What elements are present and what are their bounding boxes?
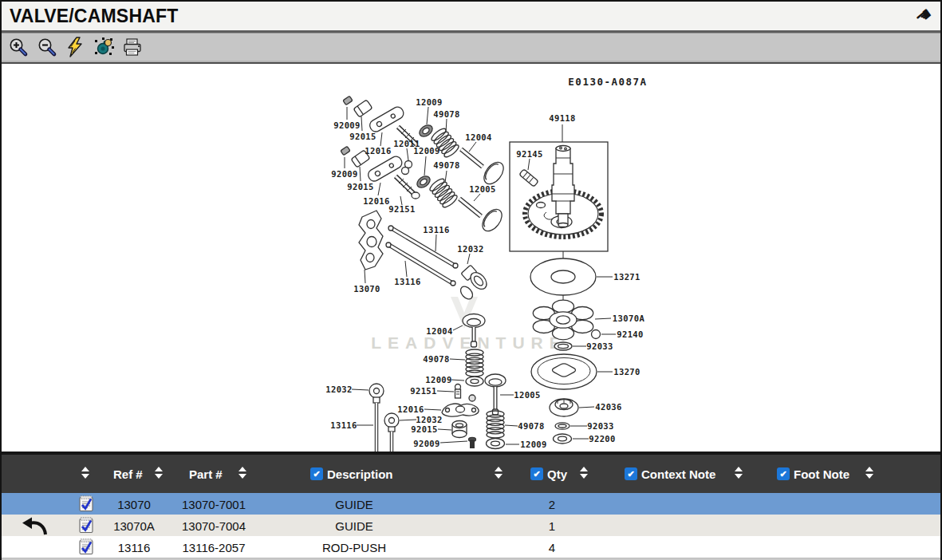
column-label: Qty — [547, 467, 567, 481]
sort-toggle[interactable] — [495, 467, 503, 479]
column-checkbox[interactable] — [625, 467, 637, 480]
part-label-92145[interactable]: 92145 — [516, 149, 543, 159]
part-label-13070A[interactable]: 13070A — [613, 314, 645, 323]
part-label-12004[interactable]: 12004 — [465, 132, 492, 142]
part-label-49078[interactable]: 49078 — [433, 109, 460, 119]
part-label-49078[interactable]: 49078 — [518, 421, 545, 431]
column-header-ref-: Ref # — [113, 455, 143, 493]
part-label-13116[interactable]: 13116 — [394, 277, 421, 286]
part-label-13116[interactable]: 13116 — [423, 225, 450, 235]
cell-part: 13070-7001 — [182, 497, 246, 511]
cell-ref: 13070 — [117, 497, 151, 511]
column-checkbox[interactable] — [530, 467, 543, 480]
part-label-12032[interactable]: 12032 — [416, 415, 443, 424]
sort-toggle[interactable] — [155, 467, 163, 479]
part-label-92200[interactable]: 92200 — [589, 434, 616, 444]
sort-toggle[interactable] — [81, 467, 89, 479]
column-header-context-note: Context Note — [625, 455, 715, 493]
part-label-12005[interactable]: 12005 — [514, 390, 541, 400]
part-label-92015[interactable]: 92015 — [411, 424, 438, 434]
part-label-92033[interactable]: 92033 — [587, 421, 614, 431]
column-checkbox[interactable] — [777, 467, 790, 480]
table-row[interactable]: 1307013070-7001GUIDE2 — [2, 493, 940, 515]
column-label: Part # — [189, 467, 223, 481]
column-label: Ref # — [113, 467, 143, 481]
back-arrow-icon[interactable] — [21, 515, 49, 538]
column-checkbox[interactable] — [310, 467, 323, 480]
part-label-12009[interactable]: 12009 — [416, 97, 443, 107]
column-header-part-: Part # — [189, 455, 223, 493]
cell-description: GUIDE — [335, 497, 373, 511]
part-label-92015[interactable]: 92015 — [347, 182, 374, 191]
cell-qty: 1 — [549, 519, 555, 532]
pointing-hand-icon[interactable]: ☚ — [912, 4, 936, 29]
cell-part: 13070-7004 — [182, 519, 246, 532]
svg-text:LEADVENTURE: LEADVENTURE — [371, 333, 567, 352]
cell-ref: 13116 — [118, 540, 151, 554]
part-label-12009[interactable]: 12009 — [425, 375, 452, 385]
part-label-12004[interactable]: 12004 — [426, 326, 453, 336]
cell-ref: 13070A — [113, 519, 155, 532]
parts-table-body: 1307013070-7001GUIDE2 13070A13070-7004GU… — [2, 493, 940, 558]
title-bar: VALVE/CAMSHAFT ☚ — [2, 2, 940, 33]
part-label-12016[interactable]: 12016 — [363, 196, 390, 206]
part-note-icon[interactable] — [78, 495, 94, 515]
part-label-12016[interactable]: 12016 — [397, 404, 424, 414]
part-label-92009[interactable]: 92009 — [333, 120, 361, 130]
part-label-13116[interactable]: 13116 — [330, 420, 357, 430]
part-label-92009[interactable]: 92009 — [413, 439, 440, 448]
part-label-42036[interactable]: 42036 — [595, 402, 622, 412]
cell-part: 13116-2057 — [183, 540, 246, 554]
part-note-icon[interactable] — [78, 538, 94, 558]
part-label-12005[interactable]: 12005 — [469, 184, 496, 194]
column-header-foot-note: Foot Note — [777, 455, 849, 493]
part-note-icon[interactable] — [78, 516, 94, 536]
part-label-13070[interactable]: 13070 — [353, 284, 380, 294]
part-label-92140[interactable]: 92140 — [617, 329, 644, 339]
table-row[interactable]: 13070A13070-7004GUIDE1 — [2, 515, 940, 536]
column-label: Context Note — [641, 467, 715, 481]
sort-toggle[interactable] — [735, 467, 743, 479]
zoom-in-button[interactable] — [7, 37, 29, 58]
part-label-49078[interactable]: 49078 — [433, 160, 460, 170]
parts-table: Ref #Part #DescriptionQtyContext NoteFoo… — [2, 452, 940, 560]
table-row[interactable]: 1311613116-2057ROD-PUSH4 — [2, 536, 940, 558]
assembly-parts-button[interactable] — [93, 37, 115, 58]
part-label-49118[interactable]: 49118 — [549, 113, 576, 123]
cell-description: GUIDE — [335, 519, 373, 532]
diagram-toolbar — [2, 33, 940, 64]
part-label-92151[interactable]: 92151 — [410, 386, 437, 396]
cell-qty: 2 — [549, 497, 555, 511]
part-label-12032[interactable]: 12032 — [325, 385, 353, 394]
column-label: Foot Note — [794, 467, 849, 481]
cell-description: ROD-PUSH — [322, 540, 386, 554]
column-header-description: Description — [310, 455, 393, 493]
part-label-13271[interactable]: 13271 — [613, 272, 640, 282]
column-header-qty: Qty — [530, 455, 567, 493]
sort-toggle[interactable] — [238, 467, 246, 479]
zoom-out-button[interactable] — [36, 37, 57, 58]
sort-toggle[interactable] — [580, 467, 588, 479]
part-label-12009[interactable]: 12009 — [413, 146, 440, 156]
parts-table-header: Ref #Part #DescriptionQtyContext NoteFoo… — [2, 455, 940, 493]
sort-toggle[interactable] — [865, 467, 873, 479]
part-label-92015[interactable]: 92015 — [349, 132, 376, 141]
part-label-92009[interactable]: 92009 — [331, 169, 358, 179]
part-label-12009[interactable]: 12009 — [520, 440, 547, 449]
part-label-12032[interactable]: 12032 — [457, 244, 484, 254]
part-label-12016[interactable]: 12016 — [365, 146, 392, 156]
column-label: Description — [327, 467, 393, 481]
cell-qty: 4 — [549, 540, 555, 554]
diagram-code: E0130-A087A — [568, 76, 647, 88]
part-label-49078[interactable]: 49078 — [423, 354, 450, 364]
parts-catalog-window: VALVE/CAMSHAFT ☚ — [0, 0, 942, 560]
hotspot-lightning-button[interactable] — [65, 37, 86, 58]
part-label-92033[interactable]: 92033 — [586, 341, 613, 351]
page-title: VALVE/CAMSHAFT — [10, 6, 179, 27]
part-label-92151[interactable]: 92151 — [388, 204, 416, 214]
print-button[interactable] — [122, 37, 144, 58]
parts-diagram[interactable]: LEADVENTURE — [2, 64, 940, 452]
parts-diagram-svg[interactable]: LEADVENTURE — [2, 64, 942, 452]
part-label-13270[interactable]: 13270 — [613, 367, 640, 377]
